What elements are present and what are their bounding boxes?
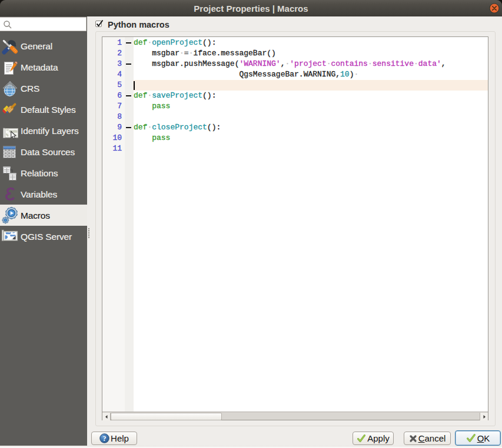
svg-text:?: ? xyxy=(103,434,107,443)
